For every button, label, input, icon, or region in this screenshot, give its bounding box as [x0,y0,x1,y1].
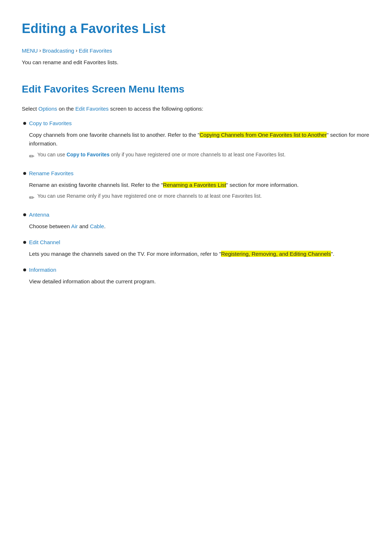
menu-item-antenna: Antenna Choose between Air and Cable. [22,210,370,231]
copy-to-favorites-desc: Copy channels from one favorite channels… [29,131,370,148]
breadcrumb: MENU › Broadcasting › Edit Favorites [22,46,370,55]
section-intro: Select Options on the Edit Favorites scr… [22,104,370,113]
information-label[interactable]: Information [29,266,56,274]
breadcrumb-sep-1: › [39,46,41,54]
intro-text: You can rename and edit Favorites lists. [22,58,370,67]
edit-favorites-link[interactable]: Edit Favorites [75,106,109,112]
menu-item-information: Information View detailed information ab… [22,266,370,286]
menu-item-copy-to-favorites: Copy to Favorites Copy channels from one… [22,119,370,162]
rename-favorites-note: ✏ You can use Rename only if you have re… [29,192,370,203]
rename-favorites-desc: Rename an existing favorite channels lis… [29,181,370,189]
edit-channel-highlight: Registering, Removing, and Editing Chann… [221,251,331,257]
copy-highlight: Copying Channels from One Favorites list… [200,132,327,138]
rename-highlight: Renaming a Favorites List [163,182,226,188]
copy-to-favorites-note: ✏ You can use Copy to Favorites only if … [29,151,370,162]
cable-link[interactable]: Cable [90,223,104,229]
breadcrumb-broadcasting[interactable]: Broadcasting [42,46,74,55]
bullet-icon [23,268,26,271]
breadcrumb-sep-2: › [75,46,77,54]
edit-channel-desc: Lets you manage the channels saved on th… [29,250,370,258]
antenna-desc: Choose between Air and Cable. [29,222,370,231]
antenna-label[interactable]: Antenna [29,210,49,219]
note-pencil-icon-2: ✏ [29,193,34,203]
section-title: Edit Favorites Screen Menu Items [22,81,370,98]
copy-to-favorites-label[interactable]: Copy to Favorites [29,119,72,128]
rename-favorites-note-text: You can use Rename only if you have regi… [37,192,262,200]
bullet-icon [23,241,26,244]
air-link[interactable]: Air [71,223,78,229]
bullet-icon [23,172,26,175]
copy-to-favorites-note-link[interactable]: Copy to Favorites [66,152,109,157]
rename-favorites-label[interactable]: Rename Favorites [29,169,74,178]
information-desc: View detailed information about the curr… [29,277,370,286]
breadcrumb-menu[interactable]: MENU [22,46,38,55]
menu-item-edit-channel: Edit Channel Lets you manage the channel… [22,238,370,258]
note-pencil-icon: ✏ [29,151,34,162]
copy-to-favorites-note-text: You can use Copy to Favorites only if yo… [37,151,286,159]
menu-item-rename-favorites: Rename Favorites Rename an existing favo… [22,169,370,203]
menu-items-list: Copy to Favorites Copy channels from one… [22,119,370,286]
breadcrumb-edit-favorites[interactable]: Edit Favorites [79,46,112,55]
options-link[interactable]: Options [38,106,57,112]
page-title: Editing a Favorites List [22,18,370,39]
bullet-icon [23,213,26,216]
edit-channel-label[interactable]: Edit Channel [29,238,60,247]
bullet-icon [23,122,26,125]
